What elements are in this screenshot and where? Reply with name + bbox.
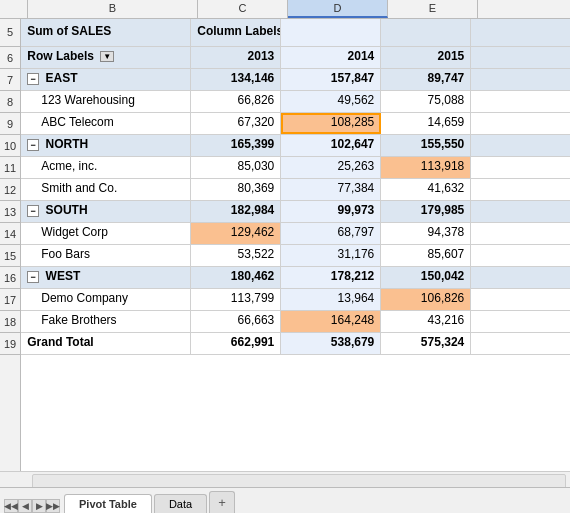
- cell-e8[interactable]: 75,088: [381, 91, 471, 112]
- cell-d5[interactable]: [281, 19, 381, 46]
- west-collapse-icon[interactable]: −: [27, 271, 39, 283]
- cell-d14[interactable]: 68,797: [281, 223, 381, 244]
- cell-d18[interactable]: 164,248: [281, 311, 381, 332]
- cell-e12[interactable]: 41,632: [381, 179, 471, 200]
- cell-d7[interactable]: 157,847: [281, 69, 381, 90]
- cell-d12[interactable]: 77,384: [281, 179, 381, 200]
- cell-e7[interactable]: 89,747: [381, 69, 471, 90]
- cell-c5[interactable]: Column Labels ▼: [191, 19, 281, 46]
- cell-c11[interactable]: 85,030: [191, 157, 281, 178]
- tab-add-button[interactable]: +: [209, 491, 235, 513]
- col-header-c[interactable]: C: [198, 0, 288, 18]
- cell-b9[interactable]: ABC Telecom: [21, 113, 191, 134]
- col-header-b[interactable]: B: [28, 0, 198, 18]
- tab-data[interactable]: Data: [154, 494, 207, 513]
- cell-e15[interactable]: 85,607: [381, 245, 471, 266]
- cell-e16[interactable]: 150,042: [381, 267, 471, 288]
- cell-d16[interactable]: 178,212: [281, 267, 381, 288]
- tab-nav-last[interactable]: ▶▶: [46, 499, 60, 513]
- horizontal-scrollbar[interactable]: [0, 471, 570, 487]
- cell-b15[interactable]: Foo Bars: [21, 245, 191, 266]
- cell-e19[interactable]: 575,324: [381, 333, 471, 354]
- cell-c16[interactable]: 180,462: [191, 267, 281, 288]
- cell-b7[interactable]: − EAST: [21, 69, 191, 90]
- cell-d10[interactable]: 102,647: [281, 135, 381, 156]
- cell-c17[interactable]: 113,799: [191, 289, 281, 310]
- tab-nav-prev[interactable]: ◀: [18, 499, 32, 513]
- table-row: Fake Brothers 66,663 164,248 43,216: [21, 311, 570, 333]
- row-num-7[interactable]: 7: [0, 69, 20, 91]
- tab-nav-first[interactable]: ◀◀: [4, 499, 18, 513]
- col-header-d[interactable]: D: [288, 0, 388, 18]
- north-collapse-icon[interactable]: −: [27, 139, 39, 151]
- tab-nav-next[interactable]: ▶: [32, 499, 46, 513]
- cell-e17[interactable]: 106,826: [381, 289, 471, 310]
- south-collapse-icon[interactable]: −: [27, 205, 39, 217]
- cell-e11[interactable]: 113,918: [381, 157, 471, 178]
- cell-b14[interactable]: Widget Corp: [21, 223, 191, 244]
- row-num-12[interactable]: 12: [0, 179, 20, 201]
- cell-c9[interactable]: 67,320: [191, 113, 281, 134]
- cell-d6[interactable]: 2014: [281, 47, 381, 68]
- row-num-10[interactable]: 10: [0, 135, 20, 157]
- table-row: 123 Warehousing 66,826 49,562 75,088: [21, 91, 570, 113]
- west-label: WEST: [46, 269, 81, 283]
- cell-c7[interactable]: 134,146: [191, 69, 281, 90]
- cell-b11[interactable]: Acme, inc.: [21, 157, 191, 178]
- cell-c19[interactable]: 662,991: [191, 333, 281, 354]
- cell-b10[interactable]: − NORTH: [21, 135, 191, 156]
- row-num-6[interactable]: 6: [0, 47, 20, 69]
- row-num-14[interactable]: 14: [0, 223, 20, 245]
- cell-c14[interactable]: 129,462: [191, 223, 281, 244]
- row-num-13[interactable]: 13: [0, 201, 20, 223]
- row-num-19[interactable]: 19: [0, 333, 20, 355]
- cell-d15[interactable]: 31,176: [281, 245, 381, 266]
- row-num-15[interactable]: 15: [0, 245, 20, 267]
- cell-b5[interactable]: Sum of SALES: [21, 19, 191, 46]
- cell-c8[interactable]: 66,826: [191, 91, 281, 112]
- row-num-9[interactable]: 9: [0, 113, 20, 135]
- cell-c18[interactable]: 66,663: [191, 311, 281, 332]
- cell-d17[interactable]: 13,964: [281, 289, 381, 310]
- data-grid: Sum of SALES Column Labels ▼ Row Labels …: [21, 19, 570, 471]
- row-num-11[interactable]: 11: [0, 157, 20, 179]
- cell-e13[interactable]: 179,985: [381, 201, 471, 222]
- cell-b13[interactable]: − SOUTH: [21, 201, 191, 222]
- cell-e9[interactable]: 14,659: [381, 113, 471, 134]
- cell-e6[interactable]: 2015: [381, 47, 471, 68]
- row-num-8[interactable]: 8: [0, 91, 20, 113]
- cell-b19[interactable]: Grand Total: [21, 333, 191, 354]
- cell-d8[interactable]: 49,562: [281, 91, 381, 112]
- cell-b18[interactable]: Fake Brothers: [21, 311, 191, 332]
- cell-e14[interactable]: 94,378: [381, 223, 471, 244]
- cell-d9[interactable]: 108,285: [281, 113, 381, 134]
- row-num-spacer: [0, 0, 28, 18]
- table-row: Grand Total 662,991 538,679 575,324: [21, 333, 570, 355]
- row-labels-filter-icon[interactable]: ▼: [100, 51, 114, 62]
- row-num-16[interactable]: 16: [0, 267, 20, 289]
- cell-d13[interactable]: 99,973: [281, 201, 381, 222]
- cell-b12[interactable]: Smith and Co.: [21, 179, 191, 200]
- row-num-18[interactable]: 18: [0, 311, 20, 333]
- col-header-e[interactable]: E: [388, 0, 478, 18]
- cell-d19[interactable]: 538,679: [281, 333, 381, 354]
- row-num-17[interactable]: 17: [0, 289, 20, 311]
- tab-pivot-table[interactable]: Pivot Table: [64, 494, 152, 513]
- cell-b8[interactable]: 123 Warehousing: [21, 91, 191, 112]
- cell-c6[interactable]: 2013: [191, 47, 281, 68]
- row-num-5[interactable]: 5: [0, 19, 20, 47]
- cell-c10[interactable]: 165,399: [191, 135, 281, 156]
- table-row: Sum of SALES Column Labels ▼: [21, 19, 570, 47]
- east-collapse-icon[interactable]: −: [27, 73, 39, 85]
- cell-b6[interactable]: Row Labels ▼: [21, 47, 191, 68]
- cell-e5[interactable]: [381, 19, 471, 46]
- col-header-row: B C D E: [0, 0, 570, 19]
- cell-b16[interactable]: − WEST: [21, 267, 191, 288]
- cell-e18[interactable]: 43,216: [381, 311, 471, 332]
- cell-c12[interactable]: 80,369: [191, 179, 281, 200]
- cell-d11[interactable]: 25,263: [281, 157, 381, 178]
- cell-b17[interactable]: Demo Company: [21, 289, 191, 310]
- cell-c13[interactable]: 182,984: [191, 201, 281, 222]
- cell-e10[interactable]: 155,550: [381, 135, 471, 156]
- cell-c15[interactable]: 53,522: [191, 245, 281, 266]
